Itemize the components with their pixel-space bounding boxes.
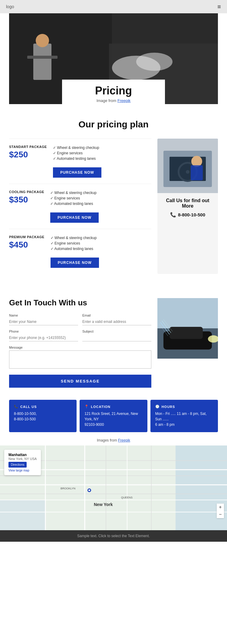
package-features-premium: Wheel & steering checkup Engine services…: [51, 235, 99, 251]
email-label: Email: [82, 314, 151, 317]
freepik-link[interactable]: Freepik: [118, 438, 130, 442]
feature-cooling-1: Wheel & steering checkup: [50, 190, 99, 196]
hours-icon: 🕐: [155, 405, 160, 409]
info-card-location: 📍 LOCATION 121 Rock Sreet, 21 Avenue, Ne…: [80, 400, 147, 432]
package-name-premium: PREMIUM PACKAGE: [9, 235, 44, 239]
form-row-name-email: Name Email: [9, 314, 151, 325]
form-group-subject: Subject: [82, 330, 151, 341]
package-row-premium: PREMIUM PACKAGE $450 Wheel & steering ch…: [9, 229, 151, 274]
hero-section: Pricing Image from Freepik: [9, 13, 218, 104]
subject-input[interactable]: [82, 334, 151, 341]
form-group-phone: Phone: [9, 330, 78, 341]
info-card-call: 📞 CALL US 8-800-10-500, 8-800-10-500: [9, 400, 77, 432]
svg-text:BROOKLYN: BROOKLYN: [61, 487, 75, 490]
footer: Sample text. Click to select the Text El…: [0, 530, 227, 542]
contact-title: Get In Touch With us: [9, 298, 151, 307]
pricing-title: Our pricing plan: [9, 119, 218, 130]
email-input[interactable]: [82, 318, 151, 325]
svg-point-4: [136, 53, 173, 71]
footer-text: Sample text. Click to select the Text El…: [77, 534, 150, 538]
info-card-hours-header: 🕐 HOURS: [155, 405, 213, 409]
map-zoom-in-button[interactable]: +: [217, 504, 224, 511]
feature-premium-1: Wheel & steering checkup: [51, 235, 99, 241]
send-message-button[interactable]: SEND MESSAGE: [9, 375, 151, 388]
form-row-phone-subject: Phone Subject: [9, 330, 151, 341]
call-icon: 📞: [14, 405, 18, 409]
phone-input[interactable]: [9, 334, 78, 341]
svg-text:QUEENS: QUEENS: [121, 496, 133, 499]
package-name-cooling: COOLING PACKAGE: [9, 190, 44, 194]
contact-section: Get In Touch With us Name Email Phone Su…: [0, 286, 227, 400]
map-zoom-out-button[interactable]: −: [217, 511, 224, 518]
info-cards: 📞 CALL US 8-800-10-500, 8-800-10-500 📍 L…: [0, 400, 227, 435]
pricing-section: Our pricing plan STANDART PACKAGE $250 W…: [0, 104, 227, 286]
info-card-call-header: 📞 CALL US: [14, 405, 72, 409]
form-group-message: Message: [9, 346, 151, 370]
pricing-card-phone-number: 8-800-10-500: [178, 212, 205, 217]
name-input[interactable]: [9, 318, 78, 325]
pricing-card-phone: 📞 8-800-10-500: [162, 212, 213, 218]
package-details-standart: Wheel & steering checkup Engine services…: [53, 145, 101, 178]
package-price-premium: $450: [9, 240, 44, 250]
message-input[interactable]: [9, 350, 151, 369]
info-card-location-content: 121 Rock Sreet, 21 Avenue, New York, NY …: [84, 411, 142, 427]
info-card-call-content: 8-800-10-500, 8-800-10-500: [14, 411, 72, 422]
feature-premium-2: Engine services: [51, 241, 99, 246]
location-icon: 📍: [84, 405, 89, 409]
map-section[interactable]: New York Manhattan BROOKLYN QUEENS Manha…: [0, 445, 227, 530]
svg-point-12: [186, 170, 189, 174]
purchase-btn-premium[interactable]: PURCHASE NOW: [51, 258, 99, 268]
map-placeholder: New York Manhattan BROOKLYN QUEENS Manha…: [0, 445, 227, 530]
package-details-premium: Wheel & steering checkup Engine services…: [51, 235, 99, 268]
contact-form-col: Get In Touch With us Name Email Phone Su…: [9, 298, 151, 388]
logo: logo: [6, 4, 14, 9]
package-features-standart: Wheel & steering checkup Engine services…: [53, 145, 101, 161]
svg-rect-14: [191, 165, 203, 180]
package-info-cooling: COOLING PACKAGE $350: [9, 190, 44, 205]
phone-label: Phone: [9, 330, 78, 333]
feature-standart-2: Engine services: [53, 150, 101, 156]
feature-premium-3: Automated testing lanes: [51, 246, 99, 251]
package-row-standart: STANDART PACKAGE $250 Wheel & steering c…: [9, 139, 151, 184]
name-label: Name: [9, 314, 78, 317]
purchase-btn-standart[interactable]: PURCHASE NOW: [53, 167, 101, 178]
purchase-btn-cooling[interactable]: PURCHASE NOW: [50, 212, 99, 223]
pricing-card-body: Call Us for find out More 📞 8-800-10-500: [157, 193, 218, 222]
package-row-cooling: COOLING PACKAGE $350 Wheel & steering ch…: [9, 184, 151, 229]
svg-point-13: [191, 156, 202, 167]
map-view-large-link[interactable]: View large map: [8, 469, 37, 472]
hero-subtitle: Image from Freepik: [74, 98, 153, 103]
pricing-grid: STANDART PACKAGE $250 Wheel & steering c…: [9, 139, 218, 274]
map-location-sub: New York, NY USA: [8, 457, 37, 461]
contact-image: [157, 298, 218, 359]
feature-cooling-2: Engine services: [50, 196, 99, 201]
pricing-card-image: [157, 139, 218, 193]
package-price-cooling: $350: [9, 195, 44, 205]
message-label: Message: [9, 346, 151, 349]
hamburger-icon[interactable]: ≡: [217, 3, 221, 10]
header: logo ≡: [0, 0, 227, 13]
form-group-name: Name: [9, 314, 78, 325]
package-features-cooling: Wheel & steering checkup Engine services…: [50, 190, 99, 206]
svg-point-6: [36, 34, 49, 47]
svg-rect-5: [33, 44, 51, 80]
hero-title: Pricing: [74, 84, 153, 97]
package-price-standart: $250: [9, 150, 47, 159]
feature-standart-3: Automated testing lanes: [53, 156, 101, 161]
svg-rect-7: [27, 56, 58, 59]
map-location-name: Manhattan: [8, 453, 37, 457]
feature-standart-1: Wheel & steering checkup: [53, 145, 101, 150]
phone-icon: 📞: [170, 212, 176, 218]
hero-freepik-link[interactable]: Freepik: [117, 98, 130, 103]
images-credit: Images from Freepik: [0, 435, 227, 445]
map-zoom-controls: + −: [217, 504, 224, 518]
map-directions-button[interactable]: Directions: [8, 462, 27, 468]
info-card-hours: 🕐 HOURS Mon - Fri ..... 11 am - 8 pm, Sa…: [150, 400, 218, 432]
pricing-contact-card: Call Us for find out More 📞 8-800-10-500: [157, 139, 218, 274]
svg-text:New York: New York: [94, 502, 113, 507]
package-info-standart: STANDART PACKAGE $250: [9, 145, 47, 159]
package-details-cooling: Wheel & steering checkup Engine services…: [50, 190, 99, 223]
pricing-packages: STANDART PACKAGE $250 Wheel & steering c…: [9, 139, 151, 274]
form-group-email: Email: [82, 314, 151, 325]
pricing-card-cta: Call Us for find out More: [162, 198, 213, 209]
